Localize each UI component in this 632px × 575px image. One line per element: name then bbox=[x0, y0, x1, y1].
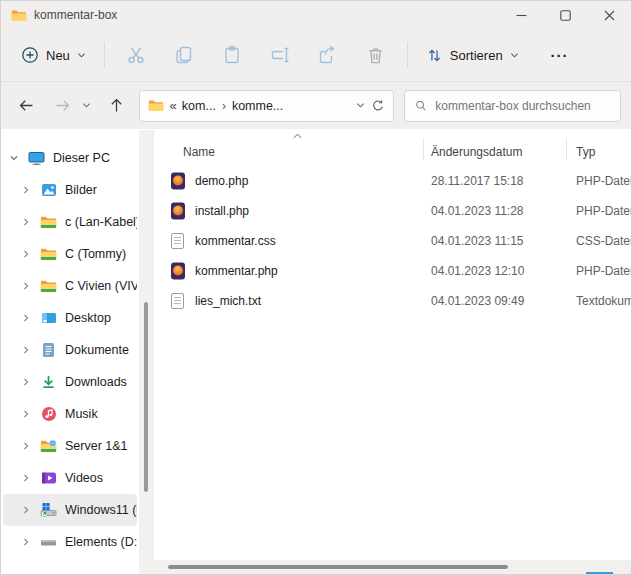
file-type: CSS-Datei bbox=[576, 234, 631, 248]
breadcrumb-overflow[interactable]: « bbox=[170, 98, 176, 113]
navigation-bar: « kom... › komme... bbox=[1, 81, 631, 129]
copy-button[interactable] bbox=[165, 37, 203, 73]
breadcrumb-item[interactable]: kom... bbox=[182, 99, 216, 113]
sidebar-item-downloads[interactable]: Downloads bbox=[3, 366, 137, 398]
chevron-collapsed-icon[interactable] bbox=[21, 185, 31, 195]
address-dropdown-icon[interactable] bbox=[356, 101, 365, 110]
paste-button[interactable] bbox=[213, 37, 251, 73]
forward-button[interactable] bbox=[49, 92, 77, 120]
sidebar-item-label: Server 1&1 bbox=[65, 439, 128, 453]
chevron-collapsed-icon[interactable] bbox=[21, 441, 31, 451]
chevron-collapsed-icon[interactable] bbox=[21, 345, 31, 355]
sidebar-item-label: Videos bbox=[65, 471, 103, 485]
folder-globe-icon bbox=[40, 438, 57, 455]
videos-icon bbox=[40, 470, 57, 487]
chevron-collapsed-icon[interactable] bbox=[21, 313, 31, 323]
navigation-pane: Dieser PC Bilder c (Lan-Kabel) C (Tommy)… bbox=[1, 130, 139, 574]
sidebar-scrollbar-thumb[interactable] bbox=[144, 302, 148, 492]
sidebar-item-bilder[interactable]: Bilder bbox=[3, 174, 137, 206]
table-row[interactable]: install.php 04.01.2023 11:28 PHP-Datei bbox=[154, 196, 631, 226]
close-button[interactable] bbox=[587, 1, 631, 29]
sidebar-item-c-lan-kabel[interactable]: c (Lan-Kabel) bbox=[3, 206, 137, 238]
horizontal-scrollbar[interactable] bbox=[154, 560, 631, 574]
chevron-collapsed-icon[interactable] bbox=[21, 281, 31, 291]
column-header-type[interactable]: Typ bbox=[576, 145, 595, 159]
sidebar-item-server-1und1[interactable]: Server 1&1 bbox=[3, 430, 137, 462]
up-button[interactable] bbox=[103, 92, 131, 120]
column-header-name[interactable]: Name bbox=[183, 145, 215, 159]
sidebar-item-c-tommy[interactable]: C (Tommy) bbox=[3, 238, 137, 270]
file-type: PHP-Datei bbox=[576, 174, 631, 188]
close-icon bbox=[604, 10, 615, 21]
sidebar-item-elements-d[interactable]: Elements (D:) bbox=[3, 526, 137, 558]
chevron-collapsed-icon[interactable] bbox=[21, 249, 31, 259]
more-options-button[interactable]: ··· bbox=[543, 45, 577, 66]
maximize-icon bbox=[560, 10, 571, 21]
sidebar-item-c-vivien[interactable]: C Vivien (VIVI) bbox=[3, 270, 137, 302]
breadcrumb-item[interactable]: komme... bbox=[232, 99, 283, 113]
sidebar-item-dieser-pc[interactable]: Dieser PC bbox=[3, 142, 137, 174]
copy-icon bbox=[174, 45, 194, 65]
minimize-button[interactable] bbox=[499, 1, 543, 29]
command-toolbar: Neu Sortieren ··· bbox=[1, 29, 631, 81]
documents-icon bbox=[40, 342, 57, 359]
sidebar-item-label: Elements (D:) bbox=[65, 535, 137, 549]
new-button[interactable]: Neu bbox=[15, 42, 92, 68]
column-divider[interactable] bbox=[566, 138, 567, 160]
plus-circle-icon bbox=[21, 46, 39, 64]
chevron-collapsed-icon[interactable] bbox=[21, 217, 31, 227]
sidebar-item-label: Dokumente bbox=[65, 343, 129, 357]
sidebar-item-windows11-c[interactable]: Windows11 (C: bbox=[3, 494, 137, 526]
cut-button[interactable] bbox=[117, 37, 155, 73]
chevron-collapsed-icon[interactable] bbox=[21, 537, 31, 547]
chevron-down-icon bbox=[510, 51, 519, 60]
horizontal-scrollbar-thumb[interactable] bbox=[168, 565, 508, 569]
search-box[interactable] bbox=[404, 90, 621, 122]
folder-green-icon bbox=[40, 214, 57, 231]
sidebar-item-videos[interactable]: Videos bbox=[3, 462, 137, 494]
up-arrow-icon bbox=[108, 97, 125, 114]
window-title: kommentar-box bbox=[34, 8, 117, 22]
column-header-date[interactable]: Änderungsdatum bbox=[431, 145, 522, 159]
chevron-collapsed-icon[interactable] bbox=[21, 505, 31, 515]
table-row[interactable]: lies_mich.txt 04.01.2023 09:49 Textdokum… bbox=[154, 286, 631, 316]
chevron-expanded-icon[interactable] bbox=[9, 153, 19, 163]
sidebar-item-label: Windows11 (C: bbox=[65, 503, 137, 517]
table-row[interactable]: kommentar.css 04.01.2023 11:15 CSS-Datei bbox=[154, 226, 631, 256]
file-name: lies_mich.txt bbox=[195, 294, 261, 308]
sidebar-scrollbar[interactable] bbox=[139, 130, 153, 574]
search-input[interactable] bbox=[435, 99, 610, 113]
maximize-button[interactable] bbox=[543, 1, 587, 29]
drive-icon bbox=[40, 534, 57, 551]
table-row[interactable]: demo.php 28.11.2017 15:18 PHP-Datei bbox=[154, 166, 631, 196]
chevron-collapsed-icon[interactable] bbox=[21, 473, 31, 483]
file-type: Textdokument bbox=[576, 294, 631, 308]
table-row[interactable]: kommentar.php 04.01.2023 12:10 PHP-Datei bbox=[154, 256, 631, 286]
sidebar-item-label: Bilder bbox=[65, 183, 97, 197]
document-file-icon bbox=[171, 293, 184, 309]
refresh-icon[interactable] bbox=[371, 99, 385, 113]
sidebar-item-label: c (Lan-Kabel) bbox=[65, 215, 137, 229]
sort-ascending-icon bbox=[293, 133, 302, 139]
address-bar[interactable]: « kom... › komme... bbox=[139, 90, 394, 122]
sidebar-item-label: Musik bbox=[65, 407, 98, 421]
column-divider[interactable] bbox=[423, 138, 424, 160]
back-button[interactable] bbox=[13, 92, 41, 120]
back-arrow-icon bbox=[18, 97, 35, 114]
sidebar-item-musik[interactable]: Musik bbox=[3, 398, 137, 430]
chevron-collapsed-icon[interactable] bbox=[21, 377, 31, 387]
column-headers: Name Änderungsdatum Typ bbox=[154, 130, 631, 166]
recent-locations-button[interactable] bbox=[77, 92, 97, 120]
breadcrumb-separator: › bbox=[222, 99, 226, 113]
share-button[interactable] bbox=[309, 37, 347, 73]
chevron-collapsed-icon[interactable] bbox=[21, 409, 31, 419]
sidebar-item-desktop[interactable]: Desktop bbox=[3, 302, 137, 334]
file-explorer-window: { "window": { "title": "kommentar-box" }… bbox=[0, 0, 632, 575]
rename-button[interactable] bbox=[261, 37, 299, 73]
share-icon bbox=[318, 45, 338, 65]
pictures-icon bbox=[40, 182, 57, 199]
delete-button[interactable] bbox=[357, 37, 395, 73]
sidebar-item-dokumente[interactable]: Dokumente bbox=[3, 334, 137, 366]
sort-button[interactable]: Sortieren bbox=[420, 43, 525, 68]
sidebar-item-label: Dieser PC bbox=[53, 151, 110, 165]
